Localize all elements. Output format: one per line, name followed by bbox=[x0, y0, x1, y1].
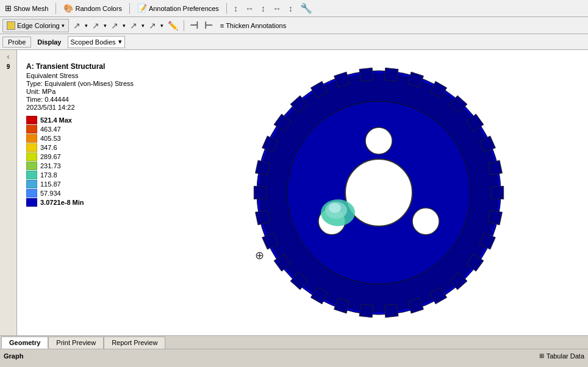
svg-point-5 bbox=[412, 208, 439, 235]
left-panel: ‹ 9 bbox=[0, 50, 17, 335]
tab-report-preview[interactable]: Report Preview bbox=[104, 337, 165, 349]
legend-item: 347.6 bbox=[26, 143, 134, 152]
separator bbox=[56, 3, 56, 14]
arrow-btn-5[interactable]: ↗ bbox=[147, 20, 158, 31]
legend-line4: Time: 0.44444 bbox=[26, 96, 134, 103]
sep-toolbar2 bbox=[184, 20, 184, 31]
dim-icon-5[interactable]: ↕ bbox=[287, 3, 295, 14]
arrow-btn-4-dropdown[interactable]: ▾ bbox=[142, 23, 145, 29]
legend-item: 3.0721e-8 Min bbox=[26, 198, 134, 207]
edge-coloring-icon bbox=[7, 21, 15, 30]
status-bar: Graph ⊞ Tabular Data bbox=[0, 349, 588, 362]
dim-icon-6[interactable]: 🔧 bbox=[298, 2, 314, 15]
thicken-annotations-button[interactable]: ≡ Thicken Annotations bbox=[217, 19, 290, 32]
bracket-left-icon[interactable]: ⊣ bbox=[188, 19, 200, 32]
random-colors-button[interactable]: 🎨 Random Colors bbox=[61, 2, 124, 15]
status-icon: ⊞ bbox=[539, 352, 544, 359]
legend-swatch bbox=[26, 189, 37, 198]
legend-line1: Equivalent Stress bbox=[26, 72, 134, 79]
arrow-btn-2-dropdown[interactable]: ▾ bbox=[104, 23, 107, 29]
toolbar-display: Probe Display Scoped Bodies ▾ bbox=[0, 34, 588, 50]
tab-geometry[interactable]: Geometry bbox=[1, 337, 48, 349]
left-panel-number: 9 bbox=[5, 62, 12, 71]
legend-value: 405.53 bbox=[40, 135, 61, 142]
arrow-btn-4[interactable]: ↗ bbox=[128, 20, 139, 31]
probe-tab[interactable]: Probe bbox=[2, 37, 31, 48]
bottom-tabs: Geometry Print Preview Report Preview bbox=[0, 335, 588, 349]
legend-line2: Type: Equivalent (von-Mises) Stress bbox=[26, 80, 134, 87]
legend-title: A: Transient Structural bbox=[26, 62, 134, 71]
arrow-btn-3[interactable]: ↗ bbox=[109, 20, 120, 31]
legend-value: 3.0721e-8 Min bbox=[40, 199, 84, 206]
legend-item: 289.67 bbox=[26, 152, 134, 161]
legend-swatch bbox=[26, 143, 37, 152]
legend-value: 231.73 bbox=[40, 162, 61, 169]
legend-swatch bbox=[26, 171, 37, 179]
legend-value: 57.934 bbox=[40, 190, 61, 197]
legend-item: 57.934 bbox=[26, 189, 134, 198]
legend-value: 347.6 bbox=[40, 144, 57, 151]
left-panel-arrow[interactable]: ‹ bbox=[7, 52, 10, 61]
legend-value: 463.47 bbox=[40, 126, 61, 133]
dim-icon-2[interactable]: ↔ bbox=[243, 3, 256, 14]
legend-swatch bbox=[26, 134, 37, 143]
gear-svg: // Generate gear teeth via JS after rend… bbox=[248, 62, 510, 324]
legend: A: Transient Structural Equivalent Stres… bbox=[26, 62, 134, 207]
legend-item: 173.8 bbox=[26, 171, 134, 179]
arrow-btn-2[interactable]: ↗ bbox=[90, 20, 101, 31]
legend-value: 115.87 bbox=[40, 180, 61, 188]
bracket-right-icon[interactable]: ⊢ bbox=[203, 19, 215, 32]
viewport[interactable]: A: Transient Structural Equivalent Stres… bbox=[17, 50, 588, 335]
display-label: Display bbox=[35, 37, 63, 47]
scoped-bodies-arrow: ▾ bbox=[118, 38, 122, 46]
status-right-label: Tabular Data bbox=[547, 352, 584, 360]
legend-item: 521.4 Max bbox=[26, 116, 134, 124]
dim-icon-1[interactable]: ↕ bbox=[232, 3, 240, 14]
toolbar-second: Edge Coloring ▾ ↗ ▾ ↗ ▾ ↗ ▾ ↗ ▾ ↗ ▾ ✏️ ⊣… bbox=[0, 17, 588, 34]
colors-icon: 🎨 bbox=[63, 4, 73, 13]
svg-point-8 bbox=[329, 203, 341, 213]
annotation-prefs-button[interactable]: 📝 Annotation Preferences bbox=[135, 2, 221, 15]
arrow-btn-5-dropdown[interactable]: ▾ bbox=[160, 23, 163, 29]
legend-value: 289.67 bbox=[40, 153, 61, 160]
svg-point-2 bbox=[345, 159, 412, 226]
legend-swatch bbox=[26, 152, 37, 161]
thicken-icon: ≡ bbox=[220, 22, 224, 29]
gear-container: // Generate gear teeth via JS after rend… bbox=[188, 62, 570, 323]
annotation-icon: 📝 bbox=[137, 4, 147, 13]
arrow-btn-1[interactable]: ↗ bbox=[71, 20, 82, 31]
arrow-btn-3-dropdown[interactable]: ▾ bbox=[123, 23, 126, 29]
status-left: Graph bbox=[4, 352, 23, 360]
svg-point-3 bbox=[365, 127, 392, 154]
legend-value: 173.8 bbox=[40, 171, 57, 179]
legend-item: 231.73 bbox=[26, 162, 134, 170]
separator2 bbox=[129, 3, 130, 14]
legend-item: 405.53 bbox=[26, 134, 134, 143]
arrow-btn-1-dropdown[interactable]: ▾ bbox=[85, 23, 88, 29]
toolbar-top: ⊞ Show Mesh 🎨 Random Colors 📝 Annotation… bbox=[0, 0, 588, 17]
show-mesh-button[interactable]: ⊞ Show Mesh bbox=[2, 2, 51, 15]
pencil-icon[interactable]: ✏️ bbox=[166, 20, 180, 31]
crosshair-cursor: ⊕ bbox=[255, 249, 264, 262]
legend-items: 521.4 Max463.47405.53347.6289.67231.7317… bbox=[26, 116, 134, 207]
tab-print-preview[interactable]: Print Preview bbox=[48, 337, 104, 349]
legend-swatch bbox=[26, 180, 37, 188]
mesh-icon: ⊞ bbox=[5, 4, 12, 13]
edge-coloring-dropdown-arrow[interactable]: ▾ bbox=[62, 23, 65, 29]
legend-swatch bbox=[26, 162, 37, 170]
dim-icon-4[interactable]: ↔ bbox=[271, 3, 283, 14]
main-content: ‹ 9 A: Transient Structural Equivalent S… bbox=[0, 50, 588, 335]
legend-line5: 2023/5/31 14:22 bbox=[26, 104, 134, 111]
edge-coloring-button[interactable]: Edge Coloring ▾ bbox=[2, 19, 69, 32]
legend-swatch bbox=[26, 125, 37, 134]
legend-item: 463.47 bbox=[26, 125, 134, 134]
legend-value: 521.4 Max bbox=[40, 116, 72, 124]
separator3 bbox=[226, 3, 227, 14]
dim-icon-3[interactable]: ↕ bbox=[259, 3, 267, 14]
status-right: ⊞ Tabular Data bbox=[539, 352, 584, 360]
scoped-bodies-dropdown[interactable]: Scoped Bodies ▾ bbox=[68, 36, 125, 48]
legend-swatch bbox=[26, 116, 37, 124]
legend-swatch bbox=[26, 198, 37, 207]
legend-item: 115.87 bbox=[26, 180, 134, 188]
legend-line3: Unit: MPa bbox=[26, 88, 134, 95]
